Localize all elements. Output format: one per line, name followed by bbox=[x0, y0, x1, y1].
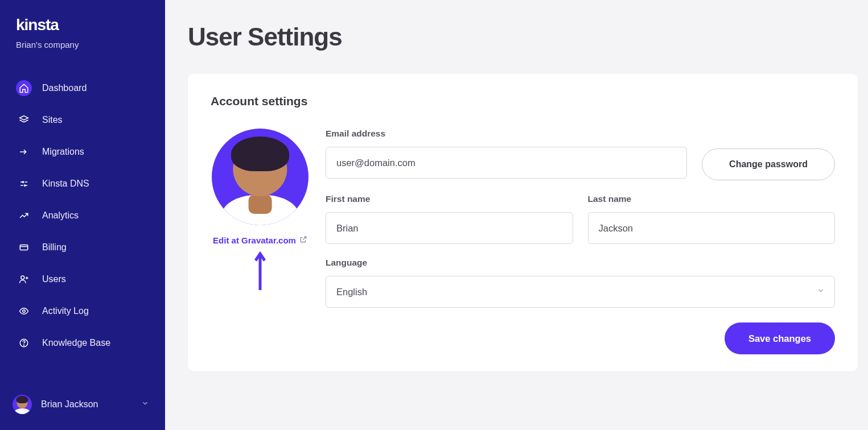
sidebar-item-label: Analytics bbox=[42, 210, 79, 221]
sidebar-item-label: Dashboard bbox=[42, 83, 87, 93]
sidebar-user-menu[interactable]: Brian Jackson bbox=[0, 386, 165, 430]
main-content: User Settings Account settings Edit at G… bbox=[165, 0, 868, 430]
home-icon bbox=[16, 80, 32, 96]
edit-gravatar-link[interactable]: Edit at Gravatar.com bbox=[213, 235, 307, 245]
svg-point-5 bbox=[21, 276, 24, 279]
email-field[interactable] bbox=[326, 147, 687, 179]
email-label: Email address bbox=[326, 129, 687, 139]
sidebar-item-label: Kinsta DNS bbox=[42, 179, 89, 189]
brand-logo: kinsta bbox=[0, 16, 165, 40]
last-name-field[interactable] bbox=[588, 212, 836, 244]
svg-marker-0 bbox=[20, 116, 28, 121]
sidebar-item-sites[interactable]: Sites bbox=[0, 104, 165, 136]
migrate-icon bbox=[16, 144, 32, 160]
sidebar-item-label: Sites bbox=[42, 115, 63, 125]
dns-icon bbox=[16, 176, 32, 192]
sidebar-item-activity[interactable]: Activity Log bbox=[0, 295, 165, 327]
sidebar-item-dashboard[interactable]: Dashboard bbox=[0, 72, 165, 104]
external-link-icon bbox=[299, 235, 307, 245]
form-column: Email address Change password First name… bbox=[326, 129, 835, 354]
first-name-group: First name bbox=[326, 194, 573, 244]
layers-icon bbox=[16, 112, 32, 128]
language-group: Language bbox=[326, 258, 835, 308]
change-password-button[interactable]: Change password bbox=[702, 148, 835, 180]
language-select[interactable] bbox=[326, 276, 835, 308]
last-name-group: Last name bbox=[588, 194, 836, 244]
password-button-col: Change password bbox=[702, 129, 835, 180]
first-name-label: First name bbox=[326, 194, 573, 204]
sidebar-item-migrations[interactable]: Migrations bbox=[0, 136, 165, 168]
avatar-large bbox=[212, 129, 308, 225]
sidebar-item-label: Knowledge Base bbox=[42, 338, 110, 348]
save-changes-button[interactable]: Save changes bbox=[725, 323, 835, 354]
sidebar-item-analytics[interactable]: Analytics bbox=[0, 200, 165, 231]
chevron-down-icon bbox=[141, 399, 149, 410]
svg-rect-3 bbox=[20, 245, 28, 250]
avatar-small bbox=[13, 395, 32, 414]
sidebar: kinsta Brian's company Dashboard Sites M… bbox=[0, 0, 165, 430]
email-group: Email address bbox=[326, 129, 687, 180]
billing-icon bbox=[16, 239, 32, 255]
svg-point-8 bbox=[23, 310, 26, 313]
annotation-arrow bbox=[258, 251, 262, 291]
avatar-column: Edit at Gravatar.com bbox=[211, 129, 310, 291]
company-name: Brian's company bbox=[0, 40, 165, 72]
account-settings-card: Account settings Edit at Gravatar.com bbox=[188, 74, 858, 371]
help-icon bbox=[16, 335, 32, 351]
svg-point-10 bbox=[24, 345, 24, 345]
users-icon bbox=[16, 271, 32, 287]
sidebar-item-users[interactable]: Users bbox=[0, 263, 165, 295]
last-name-label: Last name bbox=[588, 194, 836, 204]
language-label: Language bbox=[326, 258, 835, 268]
gravatar-link-text: Edit at Gravatar.com bbox=[213, 235, 296, 245]
first-name-field[interactable] bbox=[326, 212, 573, 244]
sidebar-user-name: Brian Jackson bbox=[41, 399, 141, 410]
sidebar-item-kb[interactable]: Knowledge Base bbox=[0, 327, 165, 359]
sidebar-item-label: Billing bbox=[42, 242, 67, 253]
page-title: User Settings bbox=[188, 23, 858, 51]
sidebar-nav: Dashboard Sites Migrations Kinsta DNS An… bbox=[0, 72, 165, 359]
sidebar-item-label: Activity Log bbox=[42, 306, 89, 316]
analytics-icon bbox=[16, 208, 32, 224]
eye-icon bbox=[16, 303, 32, 319]
sidebar-item-dns[interactable]: Kinsta DNS bbox=[0, 168, 165, 200]
sidebar-item-billing[interactable]: Billing bbox=[0, 231, 165, 263]
sidebar-item-label: Users bbox=[42, 274, 66, 284]
section-title: Account settings bbox=[211, 94, 835, 108]
sidebar-item-label: Migrations bbox=[42, 147, 84, 157]
